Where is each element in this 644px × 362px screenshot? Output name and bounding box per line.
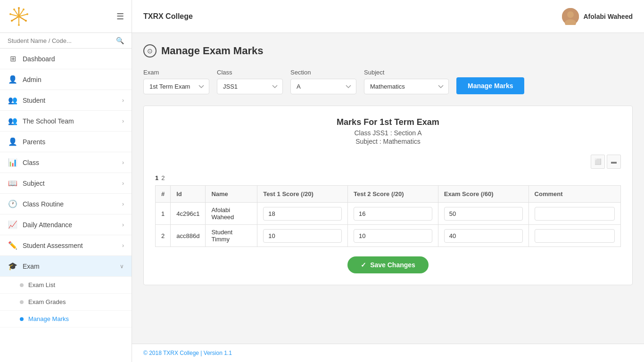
table-row: 1 4c296c1 Afolabi Waheed (156, 203, 621, 225)
exam-filter-group: Exam 1st Term Exam (143, 69, 209, 94)
class-filter-group: Class JSS1 (217, 69, 283, 94)
footer-copyright: © 2018 TXRX College | Version (143, 350, 224, 356)
pagination: 1 2 (155, 174, 621, 181)
section-select[interactable]: A (290, 79, 356, 94)
svg-line-2 (12, 16, 19, 21)
checkmark-icon: ✓ (361, 261, 366, 269)
class-icon: 📊 (8, 158, 18, 167)
row2-test2-cell (347, 225, 438, 247)
header-row: # Id Name Test 1 Score (/20) Test 2 Scor… (156, 186, 621, 203)
sidebar-item-label: Subject (23, 180, 45, 187)
search-input[interactable] (8, 37, 116, 44)
avatar-image (562, 8, 579, 25)
svg-point-8 (18, 7, 20, 9)
page-1[interactable]: 1 (155, 174, 158, 181)
bullet-icon (20, 283, 24, 287)
table-body: 1 4c296c1 Afolabi Waheed 2 acc886d Stude… (156, 203, 621, 247)
class-routine-icon: 🕐 (8, 199, 18, 208)
svg-point-11 (23, 8, 25, 10)
save-changes-button[interactable]: ✓ Save Changes (347, 256, 429, 273)
chevron-right-icon: › (122, 118, 124, 124)
sidebar-item-school-team[interactable]: 👥 The School Team › (0, 111, 132, 132)
sidebar-item-label: Student Assessment (23, 242, 83, 249)
sidebar-item-label: Student (23, 97, 45, 104)
save-btn-label: Save Changes (370, 261, 415, 269)
sidebar-item-class[interactable]: 📊 Class › (0, 152, 132, 173)
svg-line-1 (19, 16, 26, 21)
row2-num: 2 (156, 225, 171, 247)
sidebar-item-parents[interactable]: 👤 Parents (0, 132, 132, 152)
sidebar-item-student-assessment[interactable]: ✏️ Student Assessment › (0, 235, 132, 256)
sidebar-item-daily-attendance[interactable]: 📈 Daily Attendance › (0, 214, 132, 235)
page-title: Manage Exam Marks (161, 45, 263, 57)
col-num: # (156, 186, 171, 203)
sidebar-header: ☰ (0, 0, 132, 33)
row1-comment-input[interactable] (535, 207, 615, 221)
marks-table: # Id Name Test 1 Score (/20) Test 2 Scor… (155, 185, 621, 247)
svg-point-9 (25, 20, 27, 22)
print-button-2[interactable]: ▬ (607, 155, 621, 169)
student-icon: 👥 (8, 96, 18, 105)
sidebar-subitem-manage-marks[interactable]: Manage Marks (0, 311, 132, 328)
sidebar-subitem-exam-list[interactable]: Exam List (0, 277, 132, 294)
subject-filter-group: Subject Mathematics (364, 69, 449, 94)
row1-test1-input[interactable] (263, 207, 342, 221)
sidebar-item-label: Exam (23, 263, 40, 270)
marks-subject-info: Subject : Mathematics (155, 138, 621, 145)
row1-test2-cell (347, 203, 438, 225)
chevron-right-icon: › (122, 222, 124, 228)
page-2[interactable]: 2 (161, 174, 165, 181)
hamburger-button[interactable]: ☰ (116, 11, 124, 22)
exam-select[interactable]: 1st Term Exam (143, 79, 209, 94)
parents-icon: 👤 (8, 137, 18, 146)
col-comment: Comment (528, 186, 620, 203)
filters-row: Exam 1st Term Exam Class JSS1 Section A … (143, 69, 633, 94)
row1-exam-input[interactable] (444, 207, 523, 221)
print-buttons: ⬜ ▬ (155, 155, 621, 169)
user-name: Afolabi Waheed (584, 13, 633, 20)
class-label: Class (217, 69, 283, 76)
search-bar: 🔍 (0, 33, 132, 49)
marks-title: Marks For 1st Term Exam (155, 117, 621, 127)
row1-test1-cell (257, 203, 348, 225)
sidebar-item-admin[interactable]: 👤 Admin (0, 69, 132, 90)
manage-marks-button[interactable]: Manage Marks (456, 77, 524, 94)
sidebar-item-label: The School Team (23, 117, 74, 125)
row2-comment-input[interactable] (535, 229, 615, 243)
exam-label: Exam (143, 69, 209, 76)
footer-text: © 2018 TXRX College | Version 1.1 (143, 350, 232, 356)
row2-test2-input[interactable] (354, 229, 432, 243)
sidebar-item-label: Class Routine (23, 200, 64, 208)
sidebar-item-class-routine[interactable]: 🕐 Class Routine › (0, 194, 132, 214)
footer: © 2018 TXRX College | Version 1.1 (132, 344, 644, 362)
col-exam: Exam Score (/60) (438, 186, 528, 203)
sidebar-item-dashboard[interactable]: ⊞ Dashboard (0, 49, 132, 69)
svg-point-13 (26, 13, 28, 15)
school-team-icon: 👥 (8, 116, 18, 125)
chevron-right-icon: › (122, 159, 124, 166)
svg-point-15 (18, 24, 20, 26)
print-button-1[interactable]: ⬜ (591, 155, 605, 169)
sidebar-item-label: Parents (23, 138, 45, 146)
row2-test1-input[interactable] (263, 229, 342, 243)
svg-point-12 (13, 8, 15, 10)
footer-version: 1.1 (224, 350, 232, 356)
class-select[interactable]: JSS1 (217, 79, 283, 94)
user-info: Afolabi Waheed (562, 8, 633, 25)
subject-select[interactable]: Mathematics (364, 79, 449, 94)
sidebar-item-student[interactable]: 👥 Student › (0, 90, 132, 111)
sidebar: ☰ 🔍 ⊞ Dashboard 👤 Admin 👥 Student › 👥 Th… (0, 0, 132, 362)
row1-test2-input[interactable] (354, 207, 432, 221)
row2-exam-input[interactable] (444, 229, 523, 243)
sidebar-item-subject[interactable]: 📖 Subject › (0, 173, 132, 194)
sidebar-item-exam[interactable]: 🎓 Exam ∨ (0, 256, 132, 277)
svg-point-10 (11, 20, 13, 22)
sidebar-subitem-exam-grades[interactable]: Exam Grades (0, 294, 132, 311)
sub-item-label: Exam List (28, 281, 55, 288)
row2-id: acc886d (171, 225, 206, 247)
sub-item-label: Exam Grades (28, 298, 66, 305)
marks-header: Marks For 1st Term Exam Class JSS1 : Sec… (155, 117, 621, 145)
topbar: TXRX College Afolabi Waheed (132, 0, 644, 33)
row1-num: 1 (156, 203, 171, 225)
admin-icon: 👤 (8, 75, 18, 84)
